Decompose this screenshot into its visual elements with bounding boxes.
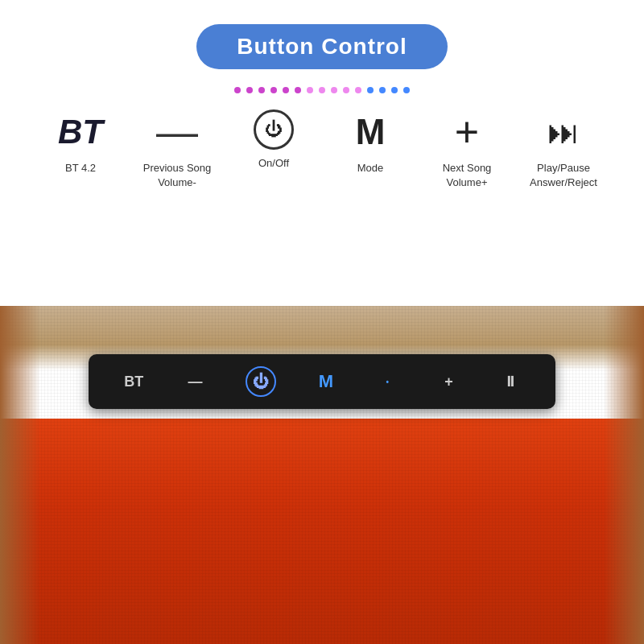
plus-icon: +	[455, 109, 479, 155]
panel-dot-indicator[interactable]: •	[376, 378, 398, 386]
page-container: Button Control BTBT 4.2—Previous SongVol…	[0, 0, 644, 644]
panel-playpause-btn[interactable]: ⏸	[499, 374, 522, 390]
panel-minus-btn[interactable]: —	[184, 374, 206, 390]
decorative-dot	[307, 87, 313, 93]
panel-plus-btn[interactable]: +	[438, 374, 460, 390]
control-item-plus: +Next SongVolume+	[419, 109, 515, 190]
mode-label: Mode	[357, 161, 384, 175]
panel-bt-btn[interactable]: BT	[122, 374, 145, 390]
control-item-mode: MMode	[322, 109, 419, 175]
bt-icon: BT	[58, 109, 103, 155]
speaker-right	[604, 306, 644, 644]
control-item-bt: BTBT 4.2	[32, 109, 129, 175]
panel-mode-btn[interactable]: M	[315, 371, 337, 392]
playpause-icon: ⏭	[547, 109, 580, 155]
bt-label: BT 4.2	[65, 161, 96, 175]
decorative-dot	[283, 87, 289, 93]
decorative-dot	[391, 87, 398, 93]
panel-power-btn[interactable]: ⏻	[246, 366, 276, 397]
mode-icon: M	[356, 109, 386, 155]
control-item-minus: —Previous SongVolume-	[129, 109, 225, 190]
plus-label: Next SongVolume+	[443, 161, 492, 190]
decorative-dot	[234, 87, 241, 93]
decorative-dot	[379, 87, 386, 93]
controls-diagram: BTBT 4.2—Previous SongVolume-⏻On/OffMMod…	[0, 109, 644, 190]
dots-row	[234, 87, 410, 93]
title-badge: Button Control	[196, 24, 448, 69]
power-icon: ⏻	[254, 109, 294, 150]
power-label: On/Off	[258, 156, 289, 171]
control-item-power: ⏻On/Off	[225, 109, 322, 171]
decorative-dot	[270, 87, 277, 93]
decorative-dot	[367, 87, 374, 93]
decorative-dot	[343, 87, 349, 93]
minus-icon: —	[156, 109, 198, 155]
decorative-dot	[319, 87, 325, 93]
decorative-dot	[331, 87, 337, 93]
control-item-playpause: ⏭Play/PauseAnswer/Reject	[515, 109, 612, 190]
decorative-dot	[355, 87, 361, 93]
control-panel-strip: BT—⏻M•+⏸	[89, 354, 555, 409]
page-title: Button Control	[237, 34, 407, 59]
playpause-label: Play/PauseAnswer/Reject	[530, 161, 597, 190]
minus-label: Previous SongVolume-	[143, 161, 212, 190]
decorative-dot	[295, 87, 301, 93]
speaker-left	[0, 306, 40, 644]
decorative-dot	[403, 87, 410, 93]
top-section: Button Control BTBT 4.2—Previous SongVol…	[0, 0, 644, 306]
speaker-photo: BT—⏻M•+⏸	[0, 306, 644, 644]
decorative-dot	[258, 87, 265, 93]
decorative-dot	[246, 87, 253, 93]
